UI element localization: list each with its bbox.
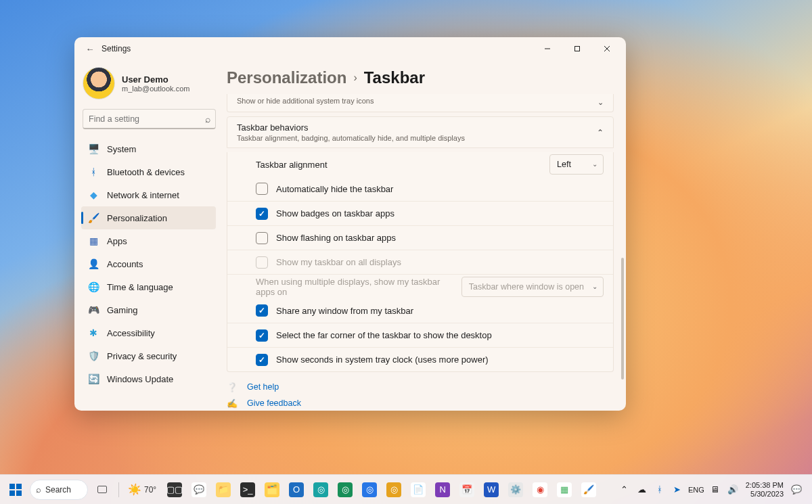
sidebar-item-gaming[interactable]: 🎮Gaming [81,298,216,321]
app-icon: ⚙️ [508,482,523,497]
give-feedback-link[interactable]: ✍ Give feedback [227,395,614,411]
main-content: Personalization › Taskbar Show or hide a… [220,60,626,411]
sidebar-item-time-language[interactable]: 🌐Time & language [81,275,216,298]
sidebar-item-network-internet[interactable]: ◆Network & internet [81,183,216,206]
task-view-button[interactable] [91,478,114,501]
sun-icon: ☀️ [128,483,141,496]
notifications-button[interactable]: 💬 [788,478,805,501]
onedrive-icon[interactable]: ☁ [633,478,651,501]
taskbar-app-onenote[interactable]: N [431,478,454,501]
minimize-button[interactable] [533,39,562,59]
checkbox[interactable] [256,183,268,195]
taskbar-search-label: Search [45,485,71,495]
sidebar-item-accessibility[interactable]: ✱Accessibility [81,321,216,344]
taskbar-app-outlook[interactable]: O [285,478,308,501]
app-icon: ◎ [362,482,377,497]
bluetooth-icon[interactable]: ᚼ [651,478,669,501]
checkbox[interactable] [256,354,268,366]
nav-icon: ◆ [88,189,99,200]
app-icon: ◎ [338,482,353,497]
taskbar-app-explorer[interactable]: 📁 [212,478,235,501]
sidebar: User Demo m_lab@outlook.com ⌕ 🖥️SystemᚼB… [74,60,220,411]
app-icon: ▢▢ [167,482,182,497]
nav-label: Accessibility [107,328,155,338]
checkbox[interactable] [256,208,268,220]
maximize-button[interactable] [562,39,592,59]
option-label: Select the far corner of the taskbar to … [276,330,604,340]
app-icon: 🖌️ [581,482,596,497]
taskbar-app-paint[interactable]: 🖌️ [577,478,600,501]
nav-icon: 🛡️ [88,350,99,361]
nav-label: Accounts [107,259,143,269]
other-system-tray-panel[interactable]: Show or hide additional system tray icon… [227,94,614,112]
clock-date: 5/30/2023 [746,490,784,499]
checkbox[interactable] [256,304,268,317]
checkbox[interactable] [256,232,268,244]
taskbar-app-file-explorer[interactable]: 🗂️ [261,478,284,501]
other-system-tray-subtitle: Show or hide additional system tray icon… [237,97,604,105]
nav-icon: 🔄 [88,373,99,384]
breadcrumb-current: Taskbar [364,68,425,87]
taskbar-app-chat[interactable]: 💬 [187,478,210,501]
taskbar-app-edge-canary[interactable]: ◎ [382,478,405,501]
taskbar-app-notepad[interactable]: 📄 [407,478,430,501]
sidebar-item-windows-update[interactable]: 🔄Windows Update [81,367,216,390]
taskbar-behaviors-header[interactable]: Taskbar behaviors Taskbar alignment, bad… [227,116,614,148]
settings-window: ← Settings User Demo m_lab@outlook.com ⌕… [74,37,626,411]
taskbar-search[interactable]: ⌕ Search [30,480,88,500]
search-icon: ⌕ [205,114,210,124]
app-icon: ◎ [386,482,401,497]
search-input[interactable] [83,109,216,129]
app-icon: >_ [240,482,255,497]
start-button[interactable] [4,478,27,501]
user-email: m_lab@outlook.com [122,85,189,93]
nav-label: Privacy & security [107,351,177,361]
taskbar-app-app-grid[interactable]: ▦ [553,478,576,501]
avatar [83,67,115,99]
taskbar-app-calendar[interactable]: 📅 [455,478,478,501]
app-icon: ▦ [557,482,572,497]
window-title: Settings [102,44,131,53]
sidebar-item-system[interactable]: 🖥️System [81,137,216,160]
back-button[interactable]: ← [78,44,102,54]
volume-icon[interactable]: 🔊 [724,478,742,501]
taskbar-app-terminal[interactable]: >_ [236,478,259,501]
taskbar-clock[interactable]: 2:05:38 PM 5/30/2023 [742,481,788,498]
taskbar-app-edge-beta[interactable]: ◎ [358,478,381,501]
weather-temp: 70° [144,485,156,495]
app-icon: 📄 [411,482,426,497]
nav-label: Windows Update [107,374,173,384]
give-feedback-label: Give feedback [247,398,301,408]
taskbar-app-task-view[interactable]: ▢▢ [163,478,186,501]
user-profile[interactable]: User Demo m_lab@outlook.com [81,66,220,108]
app-icon: 📁 [216,482,231,497]
sidebar-item-bluetooth-devices[interactable]: ᚼBluetooth & devices [81,160,216,183]
breadcrumb-parent[interactable]: Personalization [227,68,346,87]
alignment-select[interactable]: Left ⌄ [549,154,604,175]
tray-overflow[interactable]: ⌃ [616,478,633,501]
weather-widget[interactable]: ☀️ 70° [124,478,160,501]
scrollbar[interactable] [621,91,624,394]
language-indicator[interactable]: ENG [686,478,706,501]
sidebar-item-accounts[interactable]: 👤Accounts [81,252,216,275]
app-icon: 🗂️ [265,482,279,497]
sidebar-item-privacy-security[interactable]: 🛡️Privacy & security [81,344,216,367]
get-help-link[interactable]: ❔ Get help [227,379,614,395]
checkbox[interactable] [256,329,268,342]
taskbar-app-edge[interactable]: ◎ [309,478,332,501]
sidebar-item-apps[interactable]: ▦Apps [81,229,216,252]
close-button[interactable] [592,39,622,59]
sidebar-item-personalization[interactable]: 🖌️Personalization [81,206,216,229]
nav-icon: 🖌️ [88,212,99,223]
location-icon[interactable]: ➤ [669,478,686,501]
taskbar-app-word[interactable]: W [480,478,503,501]
network-icon[interactable]: 🖥 [706,478,724,501]
app-icon: ◎ [313,482,328,497]
scrollbar-thumb[interactable] [621,258,624,379]
taskbar-app-edge-dev[interactable]: ◎ [334,478,357,501]
row-option: Show badges on taskbar apps [227,201,613,225]
section-title: Taskbar behaviors [237,122,465,133]
taskbar-app-settings[interactable]: ⚙️ [504,478,527,501]
nav-icon: 🎮 [88,304,99,315]
taskbar-app-chrome[interactable]: ◉ [528,478,551,501]
